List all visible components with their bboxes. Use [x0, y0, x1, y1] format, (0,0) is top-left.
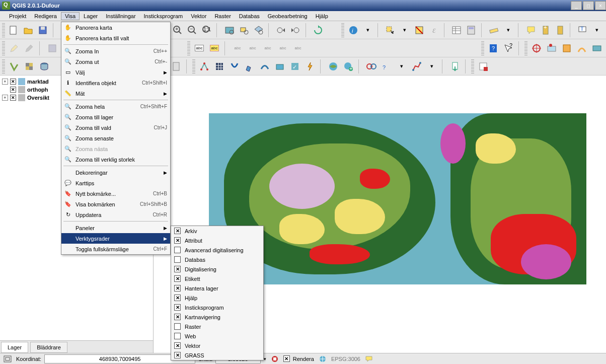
export-button[interactable] [448, 59, 462, 74]
menu-mat[interactable]: 📏Mät▶ [61, 88, 170, 99]
label-highlight-button[interactable]: abc [207, 41, 221, 55]
menu-panorera-karta[interactable]: ✋Panorera karta [61, 22, 170, 33]
maximize-button[interactable]: □ [583, 1, 594, 10]
toggle-extents-button[interactable] [2, 354, 13, 363]
measure-button[interactable] [487, 23, 500, 37]
measure-dropdown-button[interactable]: ▾ [501, 23, 515, 37]
add-postgis-button[interactable] [37, 59, 51, 74]
oracle-button[interactable] [228, 59, 242, 74]
checkbox[interactable] [174, 314, 181, 320]
deselect-button[interactable] [413, 23, 426, 37]
menu-nytt-bokmarke[interactable]: 🔖Nytt bokmärke...Ctrl+B [61, 188, 170, 199]
new-project-button[interactable] [7, 23, 21, 37]
menu-raster[interactable]: Raster [210, 12, 235, 20]
flash-button[interactable] [303, 59, 317, 74]
path-dropdown-button[interactable]: ▾ [425, 59, 439, 74]
tab-lager[interactable]: Lager [1, 342, 28, 353]
checkbox[interactable] [174, 256, 181, 263]
stop-render-button[interactable] [269, 354, 280, 363]
field-calculator-button[interactable] [465, 23, 478, 37]
zoom-layer-button[interactable] [252, 23, 265, 37]
menu-geobearbetning[interactable]: Geobearbetning [264, 12, 312, 20]
visibility-checkbox[interactable]: ✕ [10, 87, 16, 93]
checkbox[interactable] [174, 237, 181, 244]
snap-button[interactable]: ? [380, 59, 394, 74]
expand-icon[interactable]: + [2, 95, 8, 101]
grip-icon[interactable] [481, 41, 484, 55]
menu-hjalp[interactable]: Hjälp [312, 12, 332, 20]
submenu-digitalisering[interactable]: Digitalisering [171, 264, 263, 274]
evis-button[interactable] [590, 41, 604, 55]
minimize-button[interactable]: _ [571, 1, 582, 10]
maptips-button[interactable] [524, 23, 538, 37]
submenu-grass[interactable]: GRASS [171, 350, 263, 360]
menu-zooma-hela[interactable]: 🔍Zooma helaCtrl+Shift+F [61, 101, 170, 112]
annotation-button[interactable]: T [576, 23, 589, 37]
toggle-editing-button[interactable] [7, 41, 21, 55]
globe-button[interactable] [326, 59, 340, 74]
checkbox[interactable] [174, 304, 181, 311]
menu-toggla-fullskarm[interactable]: Toggla fullskärmslägeCtrl+F [61, 244, 170, 254]
zoom-in-button[interactable]: + [171, 23, 185, 37]
submenu-hjalp[interactable]: Hjälp [171, 293, 263, 303]
menu-zooma-verklig[interactable]: 🔍Zooma till verklig storlek [61, 154, 170, 165]
menu-zooma-senaste[interactable]: 🔍Zooma senaste [61, 133, 170, 143]
grip-icon[interactable] [2, 41, 5, 55]
add-raster-button[interactable] [22, 59, 36, 74]
submenu-raster[interactable]: Raster [171, 322, 263, 331]
grip-icon[interactable] [471, 59, 474, 74]
menu-lager[interactable]: Lager [80, 12, 102, 20]
bookmark-show-button[interactable] [553, 23, 567, 37]
menu-projekt[interactable]: Projekt [5, 12, 30, 20]
globe-add-button[interactable]: + [341, 59, 355, 74]
menu-karttips[interactable]: 💬Karttips [61, 178, 170, 188]
checkbox[interactable] [174, 266, 181, 272]
menu-zooma-lager[interactable]: 🔍Zooma till lager [61, 112, 170, 122]
label-unpin-button[interactable]: abc [246, 41, 260, 55]
submenu-attribut[interactable]: Attribut [171, 236, 263, 245]
submenu-web[interactable]: Web [171, 331, 263, 341]
submenu-avancerad-dig[interactable]: Avancerad digitalisering [171, 245, 263, 255]
menu-insticksprogram[interactable]: Insticksprogram [140, 12, 187, 20]
submenu-databas[interactable]: Databas [171, 255, 263, 264]
checkbox[interactable] [174, 333, 181, 339]
pencil-button[interactable] [243, 59, 257, 74]
expand-icon[interactable]: + [2, 79, 8, 85]
checkbox[interactable] [174, 342, 181, 349]
menu-dekoreringar[interactable]: Dekoreringar▶ [61, 167, 170, 178]
help-button[interactable]: ? [486, 41, 500, 55]
menu-zooma-in[interactable]: 🔍Zooma InCtrl++ [61, 46, 170, 56]
road-graph-button[interactable] [575, 41, 589, 55]
menu-databas[interactable]: Databas [235, 12, 264, 20]
expression-button[interactable]: ε [427, 23, 441, 37]
save-project-button[interactable] [36, 23, 50, 37]
submenu-etikett[interactable]: Etikett [171, 274, 263, 283]
annotation-dropdown-button[interactable]: ▾ [590, 23, 604, 37]
grip-icon[interactable] [2, 59, 5, 74]
checkbox[interactable] [174, 228, 181, 234]
menu-zooma-ut[interactable]: 🔍Zooma utCtrl+- [61, 56, 170, 67]
grid-button[interactable] [212, 59, 226, 74]
messages-button[interactable] [363, 354, 374, 363]
refresh-button[interactable] [312, 23, 325, 37]
checkbox[interactable] [174, 295, 181, 301]
path-button[interactable] [410, 59, 424, 74]
identify-dropdown-button[interactable]: ▾ [361, 23, 374, 37]
zoom-selection-button[interactable] [237, 23, 251, 37]
submenu-arkiv[interactable]: Arkiv [171, 226, 263, 236]
snap-dropdown-button[interactable]: ▾ [395, 59, 409, 74]
render-checkbox[interactable] [283, 355, 290, 362]
submenu-kartnavigering[interactable]: Kartnavigering [171, 312, 263, 322]
menu-redigera[interactable]: Redigera [30, 12, 61, 20]
grip-icon[interactable] [524, 41, 527, 55]
close-button[interactable]: × [595, 1, 606, 10]
menu-visa[interactable]: Visa [61, 12, 80, 20]
visibility-checkbox[interactable]: ✕ [10, 95, 16, 101]
grip-icon[interactable] [2, 23, 5, 37]
open-project-button[interactable] [22, 23, 35, 37]
check-geom-button[interactable]: ✓ [288, 59, 302, 74]
calc-button[interactable] [169, 59, 183, 74]
save-edits-button[interactable] [22, 41, 36, 55]
bookmark-new-button[interactable]: + [539, 23, 552, 37]
zoom-next-button[interactable] [289, 23, 302, 37]
